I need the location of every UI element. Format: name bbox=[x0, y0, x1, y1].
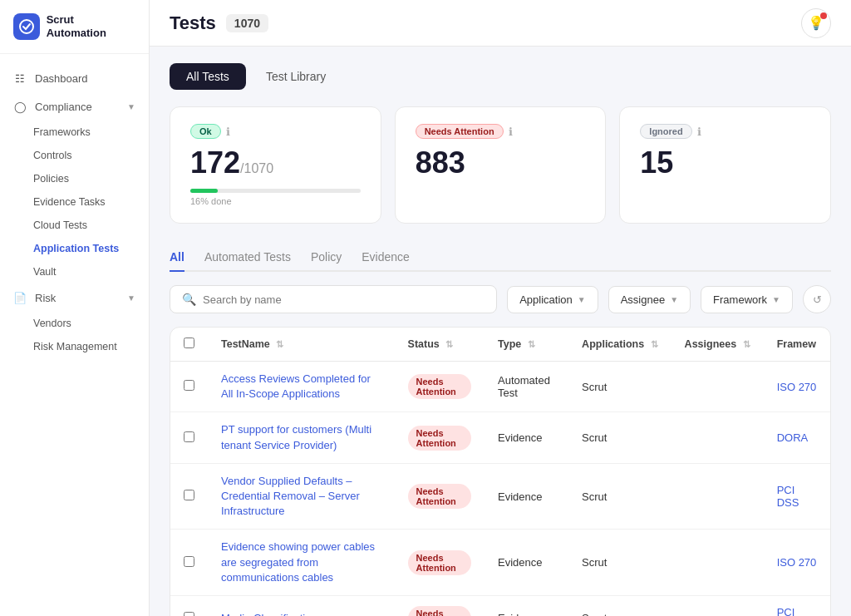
row-assignees bbox=[671, 530, 764, 596]
row-checkbox-cell bbox=[170, 463, 208, 530]
row-test-name: Media Classification bbox=[208, 595, 395, 616]
row-test-name: Evidence showing power cables are segreg… bbox=[208, 530, 395, 596]
row-checkbox[interactable] bbox=[184, 490, 194, 500]
row-framework: ISO 270 bbox=[764, 530, 830, 596]
tab-all-tests[interactable]: All Tests bbox=[170, 63, 246, 90]
row-type: Evidence bbox=[485, 595, 568, 616]
row-checkbox[interactable] bbox=[184, 556, 194, 567]
content-area: All Tests Test Library Ok ℹ 172/1070 16%… bbox=[150, 47, 851, 616]
file-icon: 📄 bbox=[13, 291, 27, 304]
search-box: 🔍 bbox=[170, 285, 497, 313]
sidebar-item-risk-management[interactable]: Risk Management bbox=[0, 335, 149, 358]
filter-tab-evidence[interactable]: Evidence bbox=[362, 244, 410, 272]
sidebar-item-controls[interactable]: Controls bbox=[0, 144, 149, 167]
table-header-row: TestName ⇅ Status ⇅ Type ⇅ Application bbox=[170, 328, 830, 362]
test-name-link[interactable]: Media Classification bbox=[221, 612, 317, 616]
chevron-down-icon: ▼ bbox=[670, 295, 678, 304]
row-status: Needs Attention bbox=[395, 595, 485, 616]
test-name-link[interactable]: Access Reviews Completed for All In-Scop… bbox=[221, 372, 371, 400]
notification-dot bbox=[820, 12, 827, 19]
sidebar-item-frameworks[interactable]: Frameworks bbox=[0, 121, 149, 144]
chevron-down-icon: ▼ bbox=[578, 295, 586, 304]
chevron-down-icon: ▼ bbox=[772, 295, 780, 304]
row-application: Scrut bbox=[568, 530, 671, 596]
stat-card-needs-attention: Needs Attention ℹ 883 bbox=[395, 106, 607, 224]
sidebar-item-vendors[interactable]: Vendors bbox=[0, 312, 149, 335]
col-applications[interactable]: Applications ⇅ bbox=[568, 328, 671, 362]
needs-info-icon[interactable]: ℹ bbox=[509, 126, 513, 138]
tests-table: TestName ⇅ Status ⇅ Type ⇅ Application bbox=[170, 327, 831, 616]
framework-link[interactable]: DORA bbox=[777, 431, 809, 444]
stat-label-row-needs: Needs Attention ℹ bbox=[416, 124, 586, 139]
sidebar-item-cloud-tests[interactable]: Cloud Tests bbox=[0, 214, 149, 237]
topbar-right: 💡 bbox=[801, 8, 831, 38]
select-all-checkbox[interactable] bbox=[184, 338, 194, 348]
row-checkbox[interactable] bbox=[184, 380, 194, 391]
application-dropdown[interactable]: Application ▼ bbox=[507, 286, 598, 313]
row-status: Needs Attention bbox=[395, 463, 485, 530]
test-name-link[interactable]: Evidence showing power cables are segreg… bbox=[221, 540, 375, 583]
stat-card-ok: Ok ℹ 172/1070 16% done bbox=[170, 106, 381, 224]
framework-link[interactable]: ISO 270 bbox=[777, 556, 817, 569]
table-controls: 🔍 Application ▼ Assignee ▼ Framework ▼ ↺ bbox=[170, 285, 831, 313]
sidebar-item-application-tests[interactable]: Application Tests bbox=[0, 237, 149, 260]
notification-button[interactable]: 💡 bbox=[801, 8, 831, 38]
main-tab-bar: All Tests Test Library bbox=[170, 63, 831, 90]
sidebar-item-vault[interactable]: Vault bbox=[0, 260, 149, 283]
test-name-link[interactable]: PT support for customers (Multi tenant S… bbox=[221, 423, 371, 451]
stat-card-ignored: Ignored ℹ 15 bbox=[619, 106, 831, 224]
sidebar-item-policies[interactable]: Policies bbox=[0, 167, 149, 190]
topbar: Tests 1070 💡 bbox=[150, 0, 851, 47]
row-checkbox[interactable] bbox=[184, 612, 194, 616]
ignored-info-icon[interactable]: ℹ bbox=[697, 126, 701, 138]
row-test-name: Access Reviews Completed for All In-Scop… bbox=[208, 362, 395, 412]
framework-link[interactable]: PCI DSS bbox=[777, 484, 799, 509]
row-status: Needs Attention bbox=[395, 362, 485, 412]
row-framework: PCI DSS bbox=[764, 595, 830, 616]
filter-tabs: All Automated Tests Policy Evidence bbox=[170, 244, 831, 272]
filter-tab-automated[interactable]: Automated Tests bbox=[204, 244, 291, 272]
test-name-link[interactable]: Vendor Supplied Defaults – Credential Re… bbox=[221, 475, 360, 517]
filter-tab-all[interactable]: All bbox=[170, 244, 184, 272]
framework-link[interactable]: ISO 270 bbox=[777, 381, 817, 393]
table-row: PT support for customers (Multi tenant S… bbox=[170, 412, 830, 463]
row-framework: PCI DSS bbox=[764, 463, 830, 530]
col-framework: Framew bbox=[764, 328, 830, 362]
filter-reset-button[interactable]: ↺ bbox=[803, 285, 831, 313]
row-checkbox[interactable] bbox=[184, 431, 194, 442]
main-area: Tests 1070 💡 All Tests Test Library Ok ℹ bbox=[150, 0, 851, 616]
table-body: Access Reviews Completed for All In-Scop… bbox=[170, 362, 830, 617]
progress-bar bbox=[190, 189, 361, 193]
ok-info-icon[interactable]: ℹ bbox=[226, 126, 230, 138]
row-assignees bbox=[671, 595, 764, 616]
row-application: Scrut bbox=[568, 595, 671, 616]
framework-link[interactable]: PCI DSS bbox=[777, 606, 799, 616]
progress-text: 16% done bbox=[190, 196, 361, 206]
ignored-badge: Ignored bbox=[640, 124, 691, 139]
row-application: Scrut bbox=[568, 463, 671, 530]
col-test-name[interactable]: TestName ⇅ bbox=[208, 328, 395, 362]
needs-value: 883 bbox=[416, 145, 586, 180]
assignee-dropdown[interactable]: Assignee ▼ bbox=[608, 286, 691, 313]
sidebar-item-evidence-tasks[interactable]: Evidence Tasks bbox=[0, 190, 149, 214]
chevron-icon: ▼ bbox=[127, 102, 135, 111]
nav: ☷ Dashboard ◯ Compliance ▼ Frameworks Co… bbox=[0, 54, 149, 616]
logo: Scrut Automation bbox=[0, 0, 149, 54]
sort-icon: ⇅ bbox=[651, 339, 658, 349]
col-assignees[interactable]: Assignees ⇅ bbox=[671, 328, 764, 362]
col-status[interactable]: Status ⇅ bbox=[395, 328, 485, 362]
sidebar-item-risk[interactable]: 📄 Risk ▼ bbox=[0, 283, 149, 312]
row-type: Evidence bbox=[485, 463, 568, 530]
col-type[interactable]: Type ⇅ bbox=[485, 328, 568, 362]
sidebar-item-dashboard[interactable]: ☷ Dashboard bbox=[0, 64, 149, 92]
table-row: Evidence showing power cables are segreg… bbox=[170, 530, 830, 596]
sidebar-item-compliance[interactable]: ◯ Compliance ▼ bbox=[0, 92, 149, 121]
status-badge: Needs Attention bbox=[408, 374, 471, 399]
ignored-value: 15 bbox=[640, 145, 810, 180]
sidebar: Scrut Automation ☷ Dashboard ◯ Complianc… bbox=[0, 0, 150, 616]
filter-tab-policy[interactable]: Policy bbox=[311, 244, 342, 272]
search-input[interactable] bbox=[203, 293, 485, 306]
framework-dropdown[interactable]: Framework ▼ bbox=[701, 286, 793, 313]
tab-test-library[interactable]: Test Library bbox=[249, 63, 342, 90]
row-checkbox-cell bbox=[170, 530, 208, 596]
